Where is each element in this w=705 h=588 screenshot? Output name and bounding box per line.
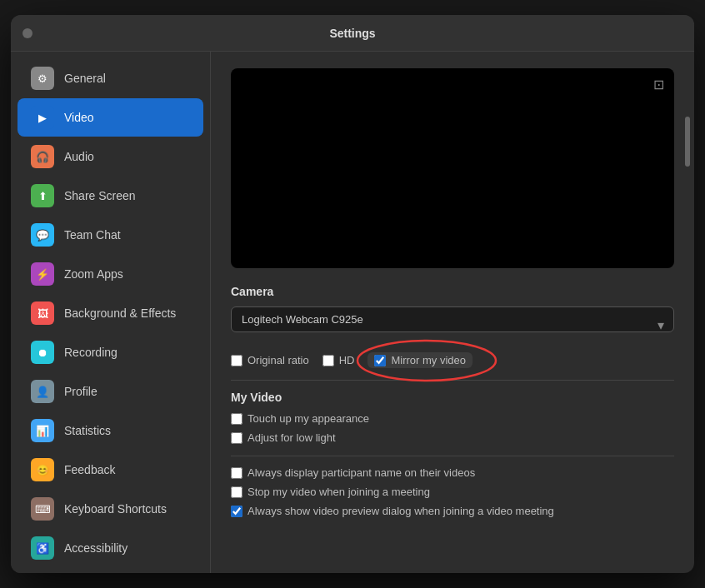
mirror-option[interactable]: Mirror my video xyxy=(368,352,472,368)
mirror-option-wrapper: Mirror my video xyxy=(368,352,486,368)
keyboard-shortcuts-icon: ⌨ xyxy=(31,497,54,521)
sidebar-item-profile[interactable]: 👤Profile xyxy=(18,372,203,411)
sidebar-label-accessibility: Accessibility xyxy=(64,541,128,555)
video-icon: ▶ xyxy=(31,106,54,129)
divider-2 xyxy=(231,456,674,456)
camera-select-wrapper[interactable]: Logitech Webcam C925e FaceTime HD Camera… xyxy=(231,306,674,342)
sidebar-item-recording[interactable]: ⏺Recording xyxy=(18,333,203,371)
scrollbar-thumb[interactable] xyxy=(685,117,690,167)
original-ratio-label: Original ratio xyxy=(248,354,309,366)
sidebar-label-profile: Profile xyxy=(64,385,98,398)
recording-icon: ⏺ xyxy=(31,341,54,364)
main-content: ⊡ Camera Logitech Webcam C925e FaceTime … xyxy=(211,52,694,573)
sidebar-item-background-effects[interactable]: 🖼Background & Effects xyxy=(18,294,203,332)
always-display-name-option[interactable]: Always display participant name on their… xyxy=(231,466,674,479)
sidebar-item-feedback[interactable]: 😊Feedback xyxy=(18,451,203,489)
sidebar-item-audio[interactable]: 🎧Audio xyxy=(18,137,203,176)
profile-icon: 👤 xyxy=(31,380,54,403)
sidebar-item-video[interactable]: ▶Video xyxy=(18,98,203,137)
touch-up-option[interactable]: Touch up my appearance xyxy=(231,412,674,425)
feedback-icon: 😊 xyxy=(31,458,54,481)
stop-video-option[interactable]: Stop my video when joining a meeting xyxy=(231,486,674,498)
hd-checkbox[interactable] xyxy=(322,355,334,366)
sidebar-label-video: Video xyxy=(64,111,94,124)
adjust-light-option[interactable]: Adjust for low light xyxy=(231,431,674,444)
sidebar-item-accessibility[interactable]: ♿Accessibility xyxy=(18,529,203,567)
accessibility-icon: ♿ xyxy=(31,536,54,560)
sidebar-label-team-chat: Team Chat xyxy=(64,228,121,242)
general-icon: ⚙ xyxy=(31,67,54,90)
traffic-light-close[interactable] xyxy=(22,28,32,38)
adjust-light-label: Adjust for low light xyxy=(248,431,336,444)
settings-window: Settings ⚙General▶Video🎧Audio⬆Share Scre… xyxy=(11,15,694,573)
stop-video-label: Stop my video when joining a meeting xyxy=(248,486,430,498)
expand-icon[interactable]: ⊡ xyxy=(653,77,664,92)
main-layout: ⚙General▶Video🎧Audio⬆Share Screen💬Team C… xyxy=(11,52,694,573)
touch-up-label: Touch up my appearance xyxy=(248,412,369,425)
stop-video-checkbox[interactable] xyxy=(231,486,242,498)
sidebar-label-feedback: Feedback xyxy=(64,463,115,476)
team-chat-icon: 💬 xyxy=(31,223,54,247)
camera-select[interactable]: Logitech Webcam C925e FaceTime HD Camera… xyxy=(231,306,674,332)
statistics-icon: 📊 xyxy=(31,419,54,442)
camera-section-label: Camera xyxy=(231,285,674,298)
my-video-label: My Video xyxy=(231,391,674,404)
sidebar-label-share-screen: Share Screen xyxy=(64,189,136,202)
sidebar-item-team-chat[interactable]: 💬Team Chat xyxy=(18,216,203,254)
sidebar-label-zoom-apps: Zoom Apps xyxy=(64,267,123,281)
share-screen-icon: ⬆ xyxy=(31,184,54,207)
always-display-name-label: Always display participant name on their… xyxy=(248,466,475,479)
divider-1 xyxy=(231,380,674,381)
sidebar-label-general: General xyxy=(64,72,106,85)
sidebar-item-keyboard-shortcuts[interactable]: ⌨Keyboard Shortcuts xyxy=(18,490,203,528)
always-show-preview-option[interactable]: Always show video preview dialog when jo… xyxy=(231,505,674,517)
camera-options-row: Original ratio HD Mirror my video xyxy=(231,352,674,368)
sidebar: ⚙General▶Video🎧Audio⬆Share Screen💬Team C… xyxy=(11,52,211,573)
background-effects-icon: 🖼 xyxy=(31,301,54,325)
hd-option[interactable]: HD xyxy=(322,354,355,366)
sidebar-label-keyboard-shortcuts: Keyboard Shortcuts xyxy=(64,502,167,516)
title-bar: Settings xyxy=(11,15,694,52)
window-title: Settings xyxy=(329,27,375,40)
audio-icon: 🎧 xyxy=(31,145,54,168)
sidebar-label-background-effects: Background & Effects xyxy=(64,306,176,320)
mirror-label: Mirror my video xyxy=(391,354,466,366)
sidebar-item-share-screen[interactable]: ⬆Share Screen xyxy=(18,177,203,215)
sidebar-item-statistics[interactable]: 📊Statistics xyxy=(18,411,203,450)
video-preview: ⊡ xyxy=(231,68,674,268)
sidebar-label-audio: Audio xyxy=(64,150,94,163)
sidebar-label-recording: Recording xyxy=(64,346,118,359)
zoom-apps-icon: ⚡ xyxy=(31,262,54,286)
touch-up-checkbox[interactable] xyxy=(231,413,242,425)
always-show-preview-label: Always show video preview dialog when jo… xyxy=(248,505,554,517)
adjust-light-checkbox[interactable] xyxy=(231,432,242,444)
sidebar-item-general[interactable]: ⚙General xyxy=(18,59,203,97)
always-display-name-checkbox[interactable] xyxy=(231,467,242,479)
always-show-preview-checkbox[interactable] xyxy=(231,506,242,517)
hd-label: HD xyxy=(339,354,355,366)
sidebar-label-statistics: Statistics xyxy=(64,424,111,437)
original-ratio-checkbox[interactable] xyxy=(231,355,242,366)
original-ratio-option[interactable]: Original ratio xyxy=(231,354,309,366)
mirror-checkbox[interactable] xyxy=(374,355,386,366)
sidebar-item-zoom-apps[interactable]: ⚡Zoom Apps xyxy=(18,255,203,293)
my-video-section: My Video Touch up my appearance Adjust f… xyxy=(231,391,674,444)
